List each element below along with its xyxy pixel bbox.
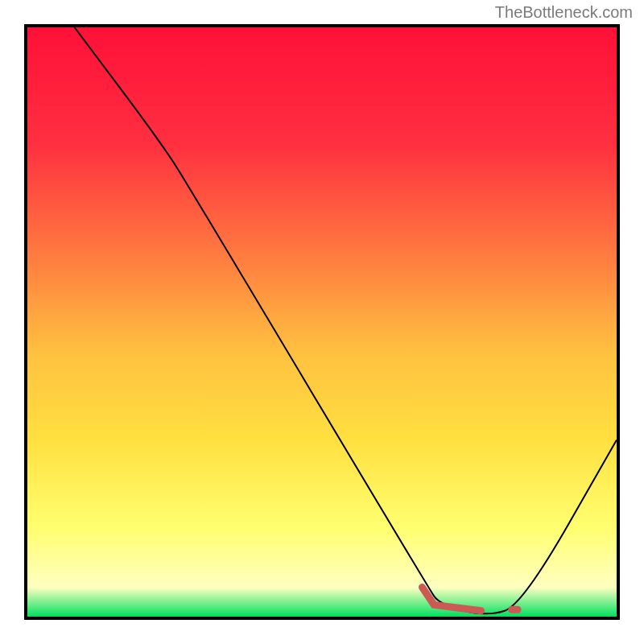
bottleneck-curve: [75, 27, 617, 613]
watermark-text: TheBottleneck.com: [495, 3, 633, 22]
curve-layer: [27, 27, 617, 617]
plot-area: [24, 24, 620, 620]
chart-container: TheBottleneck.com: [0, 0, 644, 644]
